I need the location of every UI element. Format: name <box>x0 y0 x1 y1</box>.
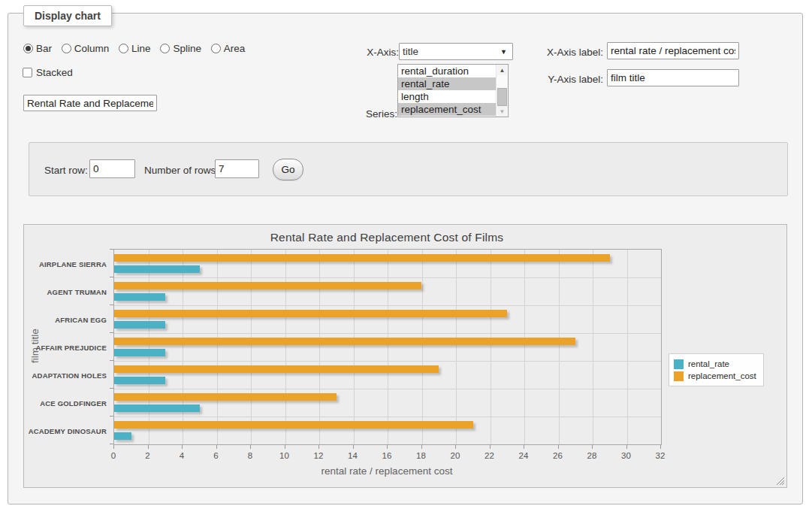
x-tick-label: 16 <box>382 451 392 460</box>
x-axis-selected-value: title <box>403 46 418 57</box>
chart-title: Rental Rate and Replacement Cost of Film… <box>113 231 660 244</box>
resize-grip-icon[interactable] <box>777 477 784 485</box>
display-chart-fieldset: Display chart Bar Column Line Spline Are… <box>8 13 803 504</box>
x-axis-select[interactable]: title ▼ <box>399 43 513 60</box>
series-list-scrollbar[interactable]: ▲ ▼ <box>496 65 508 117</box>
x-tick-label: 4 <box>180 451 184 460</box>
radio-line-label: Line <box>131 43 151 54</box>
x-tick-label: 6 <box>213 451 218 460</box>
bar-replacement_cost-6 <box>114 421 473 429</box>
radio-spline-label: Spline <box>173 43 201 54</box>
row-controls-panel <box>29 142 788 196</box>
x-tick-label: 12 <box>314 451 324 460</box>
series-option-rental-duration[interactable]: rental_duration <box>398 65 497 77</box>
stacked-checkbox[interactable] <box>23 68 32 77</box>
start-row-input[interactable] <box>89 159 135 178</box>
bar-rental_rate-5 <box>114 404 200 412</box>
radio-option-line[interactable]: Line <box>119 43 151 54</box>
x-tick-label: 20 <box>451 451 460 460</box>
legend-label-replacement-cost: replacement_cost <box>688 371 756 380</box>
y-tick-label: ADAPTATION HOLES <box>24 371 107 379</box>
radio-line-icon[interactable] <box>119 44 128 53</box>
radio-bar-icon[interactable] <box>23 44 33 53</box>
y-tick-label: AIRPLANE SIERRA <box>24 259 107 268</box>
bar-replacement_cost-3 <box>114 338 575 345</box>
bar-rental_rate-1 <box>114 293 165 301</box>
radio-area-icon[interactable] <box>211 44 221 53</box>
series-option-rental-rate[interactable]: rental_rate <box>398 77 497 90</box>
radio-bar-label: Bar <box>36 43 52 54</box>
y-tick-label: AFFAIR PREJUDICE <box>24 343 107 351</box>
x-axis-select-label: X-Axis: <box>352 47 399 58</box>
legend-item-replacement-cost: replacement_cost <box>674 370 756 382</box>
bar-rental_rate-3 <box>114 349 165 356</box>
bar-rental_rate-0 <box>114 265 200 273</box>
bar-rental_rate-2 <box>114 321 165 329</box>
number-of-rows-input[interactable] <box>215 159 259 178</box>
legend-swatch-rental-rate-icon <box>674 359 684 369</box>
x-tick-label: 18 <box>416 451 426 460</box>
bar-replacement_cost-2 <box>114 310 507 317</box>
x-tick-label: 26 <box>553 451 563 460</box>
stacked-label: Stacked <box>36 67 73 78</box>
legend-label-rental-rate: rental_rate <box>688 359 729 368</box>
series-multiselect[interactable]: rental_duration rental_rate length repla… <box>397 64 509 117</box>
radio-option-area[interactable]: Area <box>211 43 246 54</box>
x-tick-label: 14 <box>348 451 358 460</box>
radio-area-label: Area <box>224 43 246 54</box>
legend-item-rental-rate: rental_rate <box>674 358 756 370</box>
x-tick-label: 8 <box>248 451 252 460</box>
y-tick-label: AFRICAN EGG <box>24 315 107 323</box>
x-tick-label: 10 <box>279 451 289 460</box>
x-tick-label: 0 <box>111 451 116 460</box>
chart-plot-area <box>113 249 662 445</box>
x-tick-label: 32 <box>656 451 666 460</box>
chart-legend: rental_rate replacement_cost <box>669 353 764 386</box>
scrollbar-up-arrow-icon[interactable]: ▲ <box>497 65 507 75</box>
number-of-rows-label: Number of rows: <box>144 165 219 176</box>
chart-type-radio-group: Bar Column Line Spline Area <box>23 43 252 56</box>
radio-option-bar[interactable]: Bar <box>23 43 52 54</box>
scrollbar-thumb[interactable] <box>497 88 507 106</box>
x-tick-label: 30 <box>621 451 631 460</box>
radio-spline-icon[interactable] <box>160 44 170 53</box>
fieldset-legend: Display chart <box>23 5 112 26</box>
radio-column-label: Column <box>74 43 110 54</box>
y-axis-label-caption: Y-Axis label: <box>534 74 603 85</box>
bar-replacement_cost-4 <box>114 365 439 373</box>
bar-rental_rate-4 <box>114 377 165 384</box>
scrollbar-down-arrow-icon[interactable]: ▼ <box>497 106 507 117</box>
y-tick-label: ACE GOLDFINGER <box>24 398 107 407</box>
x-axis-label-caption: X-Axis label: <box>534 47 603 58</box>
radio-option-spline[interactable]: Spline <box>160 43 201 54</box>
select-dropdown-arrow-icon: ▼ <box>500 48 507 56</box>
series-option-length[interactable]: length <box>398 90 497 103</box>
chart-x-axis-label: rental rate / replacement cost <box>113 465 660 477</box>
series-option-replacement-cost[interactable]: replacement_cost <box>398 103 497 116</box>
x-tick-label: 22 <box>484 451 494 460</box>
start-row-label: Start row: <box>44 165 88 176</box>
x-tick-label: 24 <box>519 451 529 460</box>
bar-replacement_cost-1 <box>114 282 421 289</box>
chart-container: Rental Rate and Replacement Cost of Film… <box>23 224 787 488</box>
y-tick-label: ACADEMY DINOSAUR <box>24 426 107 435</box>
stacked-option[interactable]: Stacked <box>23 67 73 78</box>
radio-column-icon[interactable] <box>62 44 71 53</box>
radio-option-column[interactable]: Column <box>62 43 110 54</box>
x-tick-label: 28 <box>587 451 597 460</box>
y-tick-label: AGENT TRUMAN <box>24 287 107 295</box>
legend-swatch-replacement-cost-icon <box>674 371 684 381</box>
bar-rental_rate-6 <box>114 432 131 440</box>
go-button[interactable]: Go <box>273 159 303 180</box>
chart-title-input[interactable] <box>23 95 157 111</box>
x-tick-label: 2 <box>145 451 149 460</box>
bar-replacement_cost-5 <box>114 393 337 401</box>
y-axis-label-input[interactable] <box>607 69 739 86</box>
series-list-label: Series: <box>337 108 397 120</box>
bar-replacement_cost-0 <box>114 254 610 262</box>
x-axis-label-input[interactable] <box>607 42 739 59</box>
